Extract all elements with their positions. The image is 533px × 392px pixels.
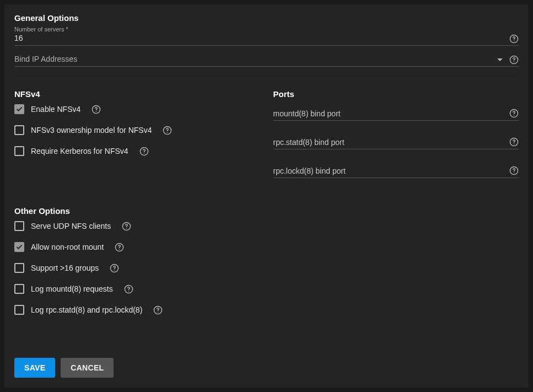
help-icon[interactable]: [509, 166, 519, 175]
help-icon[interactable]: [124, 284, 133, 294]
support-16-groups-label: Support >16 groups: [31, 264, 99, 272]
help-icon[interactable]: [139, 147, 149, 156]
help-icon[interactable]: [509, 34, 519, 44]
serve-udp-label: Serve UDP NFS clients: [31, 222, 111, 230]
nfsv3-ownership-row[interactable]: NFSv3 ownership model for NFSv4: [14, 125, 260, 135]
number-of-servers-value[interactable]: 16: [14, 34, 505, 44]
enable-nfsv4-row[interactable]: Enable NFSv4: [14, 104, 260, 114]
nfsv4-heading: NFSv4: [14, 89, 260, 99]
help-icon[interactable]: [509, 109, 519, 118]
nfsv3-ownership-checkbox[interactable]: [14, 125, 24, 135]
log-statd-row[interactable]: Log rpc.statd(8) and rpc.lockd(8): [14, 305, 519, 315]
allow-nonroot-checkbox[interactable]: [14, 242, 24, 252]
general-heading: General Options: [14, 13, 519, 23]
ports-heading: Ports: [273, 89, 519, 99]
lockd-port-field[interactable]: rpc.lockd(8) bind port: [273, 164, 519, 178]
log-mountd-row[interactable]: Log mountd(8) requests: [14, 284, 519, 294]
help-icon[interactable]: [153, 305, 163, 315]
statd-port-field[interactable]: rpc.statd(8) bind port: [273, 135, 519, 149]
chevron-down-icon[interactable]: [497, 58, 503, 61]
help-icon[interactable]: [509, 137, 519, 147]
help-icon[interactable]: [110, 264, 119, 273]
log-statd-checkbox[interactable]: [14, 305, 24, 315]
bind-ip-field[interactable]: Bind IP Addresses: [14, 55, 519, 67]
require-kerberos-row[interactable]: Require Kerberos for NFSv4: [14, 146, 260, 156]
help-icon[interactable]: [163, 126, 172, 135]
require-kerberos-label: Require Kerberos for NFSv4: [31, 147, 128, 155]
require-kerberos-checkbox[interactable]: [14, 146, 24, 156]
help-icon[interactable]: [122, 222, 131, 231]
cancel-button[interactable]: CANCEL: [61, 358, 114, 378]
help-icon[interactable]: [91, 105, 101, 114]
allow-nonroot-row[interactable]: Allow non-root mount: [14, 242, 519, 252]
log-mountd-checkbox[interactable]: [14, 284, 24, 294]
general-section: General Options Number of servers * 16 B…: [14, 13, 519, 67]
enable-nfsv4-checkbox[interactable]: [14, 104, 24, 114]
statd-port-label: rpc.statd(8) bind port: [273, 138, 505, 147]
log-statd-label: Log rpc.statd(8) and rpc.lockd(8): [31, 305, 142, 314]
enable-nfsv4-label: Enable NFSv4: [31, 105, 80, 114]
footer-actions: SAVE CANCEL: [14, 358, 114, 378]
nfs-ports-row: NFSv4 Enable NFSv4 NFSv3 ownership model…: [14, 79, 519, 192]
serve-udp-checkbox[interactable]: [14, 221, 24, 231]
help-icon[interactable]: [509, 55, 519, 65]
number-of-servers-field[interactable]: Number of servers * 16: [14, 26, 519, 46]
log-mountd-label: Log mountd(8) requests: [31, 284, 113, 293]
bind-ip-label: Bind IP Addresses: [14, 55, 497, 65]
support-16-groups-row[interactable]: Support >16 groups: [14, 263, 519, 273]
save-button[interactable]: SAVE: [14, 358, 55, 378]
nfsv4-section: NFSv4 Enable NFSv4 NFSv3 ownership model…: [14, 89, 260, 192]
other-heading: Other Options: [14, 206, 519, 216]
serve-udp-row[interactable]: Serve UDP NFS clients: [14, 221, 519, 231]
allow-nonroot-label: Allow non-root mount: [31, 243, 104, 251]
number-of-servers-label: Number of servers *: [14, 26, 519, 33]
mountd-port-field[interactable]: mountd(8) bind port: [273, 106, 519, 121]
settings-panel: General Options Number of servers * 16 B…: [4, 4, 529, 388]
section-divider: [4, 196, 529, 196]
lockd-port-label: rpc.lockd(8) bind port: [273, 167, 505, 175]
help-icon[interactable]: [115, 243, 124, 252]
ports-section: Ports mountd(8) bind port rpc.statd(8) b…: [273, 89, 519, 192]
support-16-groups-checkbox[interactable]: [14, 263, 24, 273]
nfsv3-ownership-label: NFSv3 ownership model for NFSv4: [31, 126, 152, 135]
other-section: Other Options Serve UDP NFS clients Allo…: [14, 206, 519, 315]
mountd-port-label: mountd(8) bind port: [273, 109, 505, 118]
